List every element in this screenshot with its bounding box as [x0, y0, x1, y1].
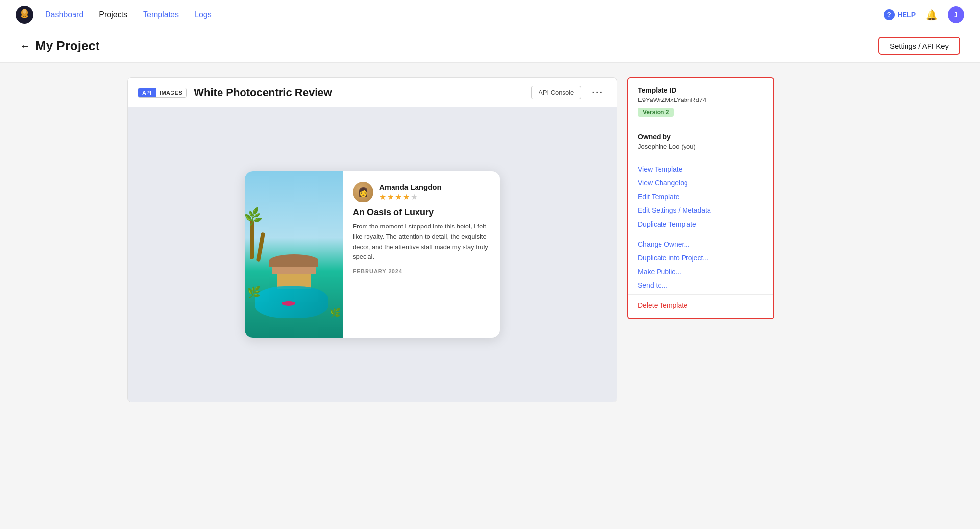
star-1: ★ [379, 192, 386, 202]
badge-group: API IMAGES [138, 88, 187, 98]
template-id-label: Template ID [638, 86, 763, 94]
star-3: ★ [395, 192, 402, 202]
star-5: ★ [411, 192, 417, 202]
template-card-header: API IMAGES White Photocentric Review API… [128, 78, 617, 107]
nav-projects[interactable]: Projects [99, 10, 127, 19]
api-badge: API [138, 88, 156, 97]
plant-1: 🌿 [247, 286, 261, 299]
resort-photo: 🌿 🌿 🌿 [245, 171, 343, 338]
reviewer-info: 👩 Amanda Langdon ★ ★ ★ ★ ★ [353, 182, 490, 202]
send-to-link[interactable]: Send to... [638, 278, 763, 292]
review-card-preview: 🌿 🌿 🌿 [245, 171, 500, 338]
template-id-value: E9YaWrZMxLYabnRd74 [638, 96, 763, 103]
review-text: From the moment I stepped into this hote… [353, 222, 490, 262]
more-options-button[interactable]: ··· [588, 86, 607, 99]
star-rating: ★ ★ ★ ★ ★ [379, 192, 441, 202]
help-icon: ? [884, 9, 895, 20]
main-content: API IMAGES White Photocentric Review API… [0, 63, 980, 402]
template-title: White Photocentric Review [194, 86, 524, 99]
danger-links-section: Delete Template [628, 295, 773, 318]
images-badge: IMAGES [156, 88, 186, 97]
review-headline: An Oasis of Luxury [353, 207, 490, 218]
right-panel: Template ID E9YaWrZMxLYabnRd74 Version 2… [627, 77, 774, 319]
reviewer-details: Amanda Langdon ★ ★ ★ ★ ★ [379, 183, 441, 202]
template-id-section: Template ID E9YaWrZMxLYabnRd74 Version 2 [628, 78, 773, 125]
make-public-link[interactable]: Make Public... [638, 265, 763, 278]
edit-template-link[interactable]: Edit Template [638, 190, 763, 203]
review-content: 👩 Amanda Langdon ★ ★ ★ ★ ★ A [343, 171, 500, 338]
view-template-link[interactable]: View Template [638, 162, 763, 176]
duplicate-template-link[interactable]: Duplicate Template [638, 217, 763, 231]
notifications-icon[interactable]: 🔔 [926, 9, 938, 21]
change-owner-link[interactable]: Change Owner... [638, 237, 763, 251]
palm-trunk-2 [256, 232, 265, 262]
star-2: ★ [387, 192, 394, 202]
api-console-button[interactable]: API Console [531, 86, 581, 99]
swimmer [282, 301, 295, 306]
palm-leaves-1: 🌿 [245, 206, 265, 227]
back-arrow-icon: ← [20, 40, 30, 52]
user-avatar[interactable]: J [948, 6, 964, 23]
nav-links: Dashboard Projects Templates Logs [45, 10, 884, 19]
villa [270, 254, 318, 289]
plant-2: 🌿 [330, 307, 341, 318]
preview-area: 🌿 🌿 🌿 [128, 107, 617, 402]
owned-by-label: Owned by [638, 133, 763, 141]
nav-templates[interactable]: Templates [143, 10, 179, 19]
primary-links-section: View Template View Changelog Edit Templa… [628, 158, 773, 233]
reviewer-avatar: 👩 [353, 182, 373, 202]
star-4: ★ [403, 192, 410, 202]
duplicate-into-project-link[interactable]: Duplicate into Project... [638, 251, 763, 265]
help-label: HELP [898, 11, 916, 19]
nav-right: ? HELP 🔔 J [884, 6, 964, 23]
owned-by-value: Josephine Loo (you) [638, 143, 763, 150]
logo[interactable] [16, 6, 33, 24]
edit-settings-link[interactable]: Edit Settings / Metadata [638, 203, 763, 217]
delete-template-link[interactable]: Delete Template [638, 299, 763, 312]
settings-api-button[interactable]: Settings / API Key [878, 37, 960, 55]
template-card: API IMAGES White Photocentric Review API… [127, 77, 617, 402]
secondary-links-section: Change Owner... Duplicate into Project..… [628, 233, 773, 295]
owned-by-section: Owned by Josephine Loo (you) [628, 125, 773, 158]
top-nav: Dashboard Projects Templates Logs ? HELP… [0, 0, 980, 29]
reviewer-name: Amanda Langdon [379, 183, 441, 191]
version-badge: Version 2 [638, 108, 674, 117]
back-nav[interactable]: ← My Project [20, 38, 100, 53]
nav-dashboard[interactable]: Dashboard [45, 10, 83, 19]
view-changelog-link[interactable]: View Changelog [638, 176, 763, 190]
nav-logs[interactable]: Logs [195, 10, 212, 19]
sub-header: ← My Project Settings / API Key [0, 29, 980, 63]
help-button[interactable]: ? HELP [884, 9, 916, 20]
review-date: FEBRUARY 2024 [353, 268, 490, 274]
page-title: My Project [35, 38, 100, 53]
svg-point-2 [23, 9, 26, 14]
